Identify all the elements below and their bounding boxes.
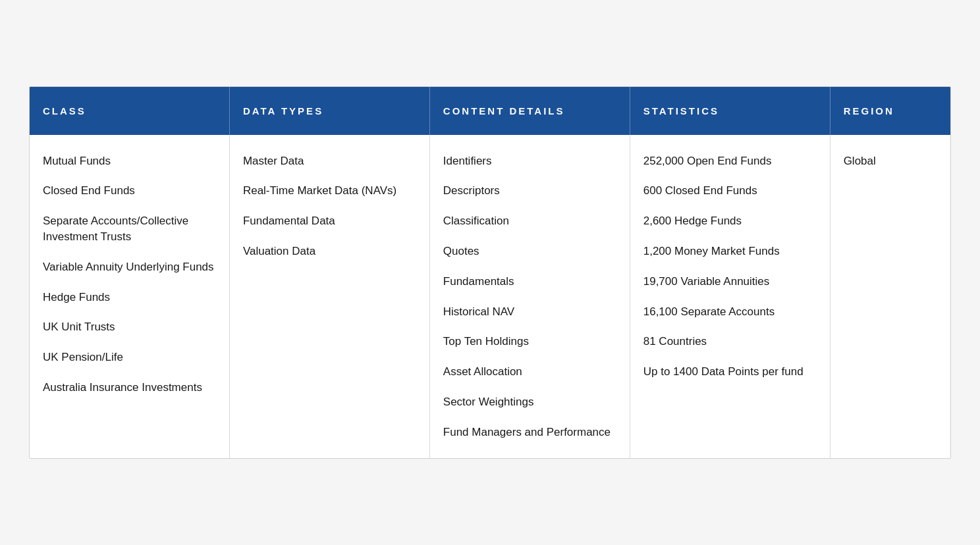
list-item: Real-Time Market Data (NAVs) (243, 183, 416, 199)
list-item: UK Unit Trusts (43, 319, 216, 335)
main-table: CLASS DATA TYPES CONTENT DETAILS STATIST… (29, 86, 951, 459)
list-item: Quotes (443, 244, 616, 259)
list-item: Up to 1400 Data Points per fund (643, 364, 817, 380)
table-header: CLASS DATA TYPES CONTENT DETAILS STATIST… (30, 87, 950, 135)
list-item: Top Ten Holdings (443, 334, 616, 350)
list-item: Mutual Funds (43, 153, 216, 169)
header-region: REGION (830, 87, 950, 135)
list-item: Global (844, 153, 937, 169)
list-item: Fund Managers and Performance (443, 425, 616, 440)
list-item: Sector Weightings (443, 394, 616, 410)
header-statistics: STATISTICS (630, 87, 830, 135)
list-item: Historical NAV (443, 304, 616, 320)
list-item: 19,700 Variable Annuities (643, 274, 817, 290)
list-item: Fundamental Data (243, 213, 416, 229)
list-item: Fundamentals (443, 274, 616, 290)
list-item: Variable Annuity Underlying Funds (43, 259, 216, 275)
list-item: 252,000 Open End Funds (643, 153, 817, 169)
list-item: Valuation Data (243, 244, 416, 259)
column-region: Global (830, 135, 950, 459)
column-statistics: 252,000 Open End Funds 600 Closed End Fu… (630, 135, 830, 459)
list-item: Separate Accounts/Collective Investment … (43, 213, 216, 245)
list-item: UK Pension/Life (43, 350, 216, 365)
list-item: Classification (443, 213, 616, 229)
list-item: Descriptors (443, 183, 616, 199)
list-item: 600 Closed End Funds (643, 183, 817, 199)
list-item: Australia Insurance Investments (43, 380, 216, 396)
list-item: Master Data (243, 153, 416, 169)
list-item: 81 Countries (643, 334, 817, 350)
header-content-details: CONTENT DETAILS (430, 87, 630, 135)
header-data-types: DATA TYPES (230, 87, 430, 135)
table-body: Mutual Funds Closed End Funds Separate A… (30, 135, 950, 459)
list-item: Hedge Funds (43, 290, 216, 305)
column-class: Mutual Funds Closed End Funds Separate A… (30, 135, 230, 459)
list-item: 2,600 Hedge Funds (643, 213, 817, 229)
list-item: 16,100 Separate Accounts (643, 304, 817, 320)
column-content-details: Identifiers Descriptors Classification Q… (430, 135, 630, 459)
list-item: Closed End Funds (43, 183, 216, 199)
list-item: Asset Allocation (443, 364, 616, 380)
list-item: 1,200 Money Market Funds (643, 244, 817, 259)
header-class: CLASS (30, 87, 230, 135)
column-data-types: Master Data Real-Time Market Data (NAVs)… (230, 135, 430, 459)
list-item: Identifiers (443, 153, 616, 169)
